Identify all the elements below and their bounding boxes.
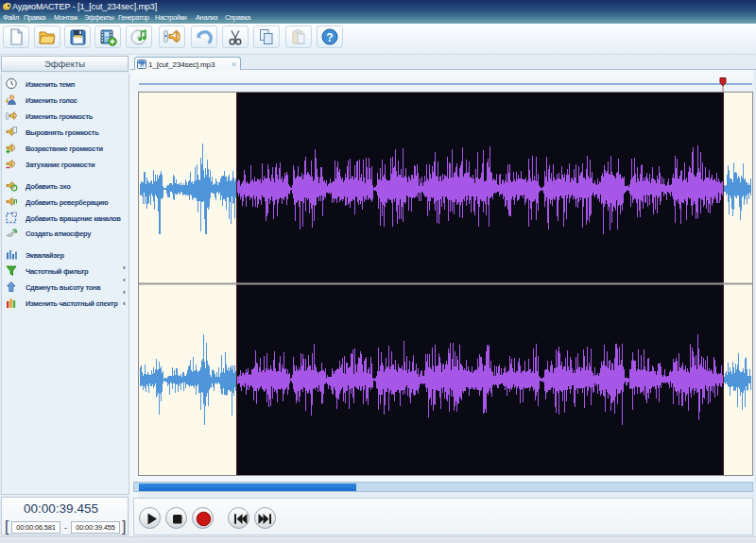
svg-text:?: ? [326,31,333,44]
